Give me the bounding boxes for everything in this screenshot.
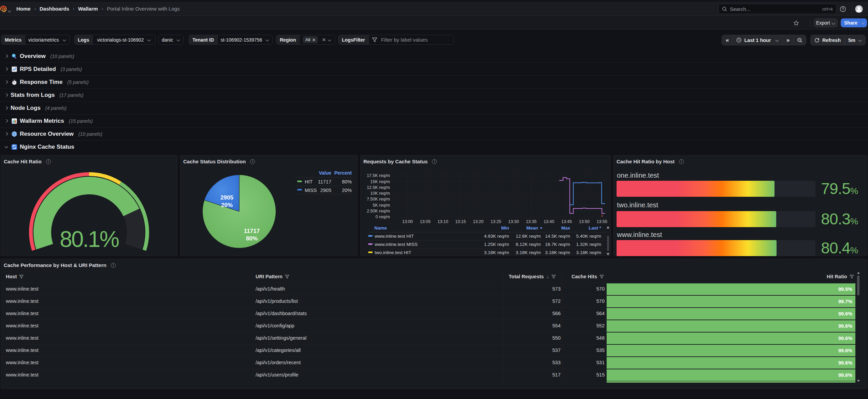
svg-text:13:40: 13:40 [544,219,554,224]
svg-text:4.93K req/m: 4.93K req/m [484,234,509,239]
svg-text:2905: 2905 [320,188,331,193]
svg-text:11717: 11717 [244,228,260,234]
svg-text:20%: 20% [342,188,352,193]
svg-text:15K req/m: 15K req/m [370,179,390,184]
svg-text:3.18K req/m: 3.18K req/m [516,250,541,255]
svg-text:13:25: 13:25 [491,219,501,224]
svg-text:13:30: 13:30 [508,219,519,224]
svg-text:1.32K req/m: 1.32K req/m [576,242,601,247]
svg-text:13:55: 13:55 [597,219,607,224]
svg-text:13:50: 13:50 [579,219,590,224]
svg-text:Max: Max [561,225,570,231]
svg-text:Value: Value [319,170,331,176]
svg-text:12.6K req/m: 12.6K req/m [516,234,541,239]
svg-text:13:35: 13:35 [526,219,536,224]
svg-text:13:45: 13:45 [561,219,572,224]
svg-text:13:15: 13:15 [455,219,466,224]
svg-text:13:10: 13:10 [437,219,448,224]
svg-text:11717: 11717 [318,179,331,184]
svg-text:2905: 2905 [220,194,233,201]
svg-text:Min: Min [501,225,509,231]
svg-text:13:00: 13:00 [402,219,413,224]
svg-text:80%: 80% [246,235,258,242]
svg-text:Last *: Last * [589,225,602,231]
svg-text:Name: Name [374,225,387,231]
svg-text:17.5K req/m: 17.5K req/m [367,173,390,178]
svg-text:7.50K req/m: 7.50K req/m [367,197,390,202]
svg-text:80.1%: 80.1% [60,226,119,252]
svg-text:3.18K req/m: 3.18K req/m [545,250,570,255]
svg-text:HIT: HIT [305,179,313,184]
svg-text:1.25K req/m: 1.25K req/m [484,242,509,247]
svg-text:13:05: 13:05 [420,219,431,224]
svg-text:Mean: Mean [526,225,538,231]
svg-text:MISS: MISS [305,188,317,193]
svg-text:5K req/m: 5K req/m [373,203,390,208]
svg-text:14.5K req/m: 14.5K req/m [545,234,570,239]
svg-text:16.7K req/m: 16.7K req/m [545,242,570,247]
svg-text:13:20: 13:20 [473,219,483,224]
svg-text:www.inline.test MISS: www.inline.test MISS [374,242,418,247]
svg-text:2.50K req/m: 2.50K req/m [367,209,390,213]
svg-text:?: ? [842,7,844,11]
svg-text:80%: 80% [342,179,352,184]
svg-text:www.inline.test HIT: www.inline.test HIT [374,234,414,239]
svg-text:two.inline.test HIT: two.inline.test HIT [375,250,411,255]
svg-text:3.18K req/m: 3.18K req/m [576,250,601,255]
svg-text:6.12K req/m: 6.12K req/m [516,242,541,247]
svg-text:3.18K req/m: 3.18K req/m [484,250,509,255]
svg-text:10K req/m: 10K req/m [370,191,390,196]
svg-text:Percent: Percent [334,170,352,176]
svg-text:12.5K req/m: 12.5K req/m [367,185,390,190]
svg-text:20%: 20% [221,202,233,208]
svg-text:5.40K req/m: 5.40K req/m [576,234,601,239]
svg-text:0 req/m: 0 req/m [376,215,390,219]
